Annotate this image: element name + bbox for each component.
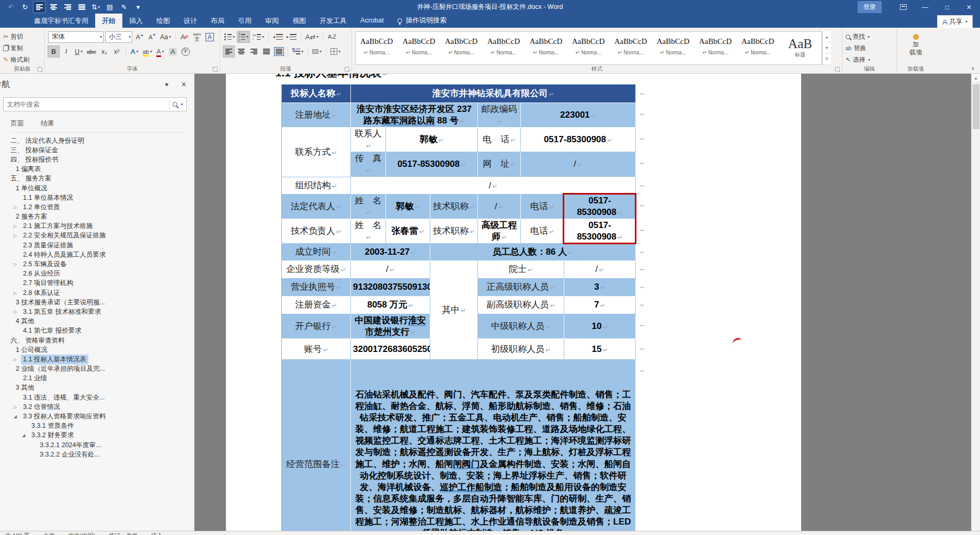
sort-button[interactable]: A↓Z: [326, 31, 337, 42]
search-icon[interactable]: [173, 102, 177, 107]
table-cell[interactable]: 其中↵: [430, 261, 478, 360]
table-cell[interactable]: 郭敏↵: [386, 128, 478, 152]
ribbon-tab-开发工具[interactable]: 开发工具: [313, 14, 354, 28]
nav-search-box[interactable]: ▾: [3, 97, 187, 111]
ribbon-tab-开始[interactable]: 开始: [95, 14, 122, 28]
style-card[interactable]: AaBbCcD↵ Norma...: [483, 32, 525, 64]
numbering-button[interactable]: 123▾: [237, 31, 249, 42]
nav-heading-item[interactable]: 四、 投标报价书: [0, 155, 194, 164]
justify-icon[interactable]: [76, 2, 87, 13]
table-cell[interactable]: 3↵: [564, 279, 636, 297]
table-cell[interactable]: 郭敏↵: [386, 195, 430, 219]
table-cell[interactable]: /↵: [351, 261, 430, 279]
table-cell[interactable]: 10↵: [564, 314, 636, 339]
multilevel-list-button[interactable]: 1ai-▾: [251, 31, 265, 42]
share-button[interactable]: 共享 ▾: [937, 15, 973, 28]
restore-button[interactable]: □: [936, 0, 958, 14]
close-button[interactable]: ✕: [958, 0, 980, 14]
text-effects-button[interactable]: A▾: [129, 46, 140, 57]
nav-heading-item[interactable]: 4 其他: [0, 317, 194, 326]
subscript-button[interactable]: x₂: [99, 46, 110, 57]
decrease-indent-button[interactable]: ◂: [272, 31, 284, 42]
cut-button[interactable]: ✂剪切: [3, 31, 41, 42]
style-card[interactable]: AaBbCcD↵ Norma...: [356, 32, 398, 64]
nav-tab-pages[interactable]: 页面: [10, 119, 24, 128]
expand-arrow-icon[interactable]: ▷: [14, 405, 21, 409]
expand-arrow-icon[interactable]: ▷: [14, 224, 21, 229]
replace-button[interactable]: ab替换: [846, 43, 893, 53]
collapse-arrow-icon[interactable]: ◢: [14, 414, 21, 419]
nav-heading-item[interactable]: ▷2.5 车辆及设备: [0, 259, 194, 269]
document-area[interactable]: ▪1.1 投标人基本情况表↵ 投标人名称↵淮安市井神钻采机具有限公司↵注册地址↵…: [195, 74, 971, 531]
collapse-ribbon-icon[interactable]: ∧: [971, 65, 975, 71]
table-cell[interactable]: /↵: [478, 195, 521, 219]
align-left-icon[interactable]: [33, 2, 45, 13]
table-cell[interactable]: 9132080375509130X5↵: [351, 279, 430, 297]
justify-button[interactable]: [261, 46, 272, 57]
distribute-button[interactable]: [274, 46, 284, 57]
style-card[interactable]: AaB标题: [779, 32, 822, 64]
table-cell[interactable]: 技术职称↵: [430, 195, 478, 219]
table-cell[interactable]: /↵: [521, 152, 636, 177]
table-cell[interactable]: 营业执照号↵: [282, 279, 351, 297]
table-cell[interactable]: 高级工程师↵: [478, 219, 521, 244]
copy-button[interactable]: 复制: [3, 43, 41, 53]
table-cell[interactable]: 联系方式↵: [282, 128, 351, 177]
table-cell[interactable]: 副高级职称人员↵: [478, 297, 564, 314]
table-cell[interactable]: 院士↵: [478, 261, 564, 279]
ribbon-tab-Acrobat[interactable]: Acrobat: [354, 14, 391, 28]
addins-button[interactable]: 加载项: [900, 32, 931, 56]
enclose-characters-button[interactable]: 字: [180, 46, 191, 57]
ribbon-tab-插入[interactable]: 插入: [122, 14, 150, 28]
table-cell[interactable]: 姓 名↵: [351, 195, 386, 219]
align-center-button[interactable]: [236, 46, 247, 57]
table-cell[interactable]: 石油钻采机械及配件、阀门、汽车配件、泵及泵类配件制造、销售；工程油缸、耐热合金、…: [351, 360, 636, 531]
align-right-icon[interactable]: [62, 2, 73, 13]
nav-heading-item[interactable]: 1 公司概况: [0, 345, 194, 355]
nav-heading-item[interactable]: 1 单位概况: [0, 184, 194, 193]
character-shading-button[interactable]: A: [167, 46, 178, 57]
table-cell[interactable]: 15↵: [564, 339, 636, 360]
line-spacing-icon[interactable]: ⇅▾: [90, 2, 101, 13]
table-cell[interactable]: 联系人↵: [351, 128, 386, 152]
table-cell[interactable]: 淮安市淮安区经济开发区 237 路东藏军洞路以南 88 号↵: [351, 103, 478, 128]
table-cell[interactable]: 成立时间↵: [282, 244, 351, 261]
nav-heading-item[interactable]: 2 业绩（近年承担的项目及完...: [0, 365, 194, 374]
paragraph-dialog-launcher[interactable]: [345, 67, 349, 72]
table-cell[interactable]: 0517-85300908↵: [386, 152, 478, 177]
nav-heading-item[interactable]: ▷2.8 体系认证: [0, 288, 194, 298]
find-button[interactable]: 查找▾: [846, 31, 893, 42]
style-card[interactable]: AaBbCcD↵ Norma...: [525, 32, 567, 64]
shrink-font-button[interactable]: A▾: [146, 31, 157, 42]
italic-button[interactable]: I: [61, 46, 72, 57]
styles-gallery-scrollbar[interactable]: ▲ ▼ ⊽: [822, 31, 831, 65]
style-card[interactable]: AaBbCcD↵ Norma...: [737, 32, 779, 64]
ribbon-tab-鑫晟宇标书汇专用[interactable]: 鑫晟宇标书汇专用: [27, 14, 95, 28]
phonetic-guide-button[interactable]: wén文: [191, 31, 202, 42]
nav-heading-item[interactable]: ◢3.3 投标人资格要求响应资料: [0, 412, 194, 421]
redo-icon[interactable]: ↻: [19, 2, 31, 13]
table-cell[interactable]: 淮安市井神钻采机具有限公司↵: [351, 85, 636, 103]
underline-button[interactable]: U▾: [73, 46, 84, 57]
table-cell[interactable]: 7↵: [564, 297, 636, 314]
nav-heading-item[interactable]: 2.4 特种人员及施工人员要求: [0, 250, 194, 259]
table-cell[interactable]: 企业资质等级↵: [282, 261, 351, 279]
increase-indent-button[interactable]: ▸: [286, 31, 298, 42]
table-cell[interactable]: 注册地址↵: [282, 103, 351, 128]
vertical-scrollbar[interactable]: ▲: [971, 74, 980, 531]
select-button[interactable]: ↖选择▾: [846, 54, 893, 65]
nav-heading-item[interactable]: ▷2.2 安全相关规范及保证措施: [0, 231, 194, 241]
nav-heading-item[interactable]: ◢3.3.2 财务要求: [0, 431, 194, 440]
nav-heading-item[interactable]: 三、 投标保证金: [0, 145, 194, 155]
character-border-button[interactable]: A: [204, 31, 215, 42]
nav-heading-item[interactable]: ▷1.1 投标人基本情况表: [0, 355, 194, 364]
table-cell[interactable]: 电话↵: [521, 195, 564, 219]
borders-button[interactable]: ▾: [329, 46, 341, 57]
scrollbar-thumb[interactable]: [973, 84, 979, 129]
table-cell[interactable]: 中国建设银行淮安市楚州支行↵: [351, 314, 430, 339]
document-page[interactable]: ▪1.1 投标人基本情况表↵ 投标人名称↵淮安市井神钻采机具有限公司↵注册地址↵…: [226, 74, 801, 531]
table-cell[interactable]: 技术职称↵: [430, 219, 478, 244]
expand-arrow-icon[interactable]: ▷: [14, 233, 21, 238]
table-cell[interactable]: 0517-85300908↵: [564, 195, 636, 219]
ribbon-tab-审阅[interactable]: 审阅: [258, 14, 286, 28]
